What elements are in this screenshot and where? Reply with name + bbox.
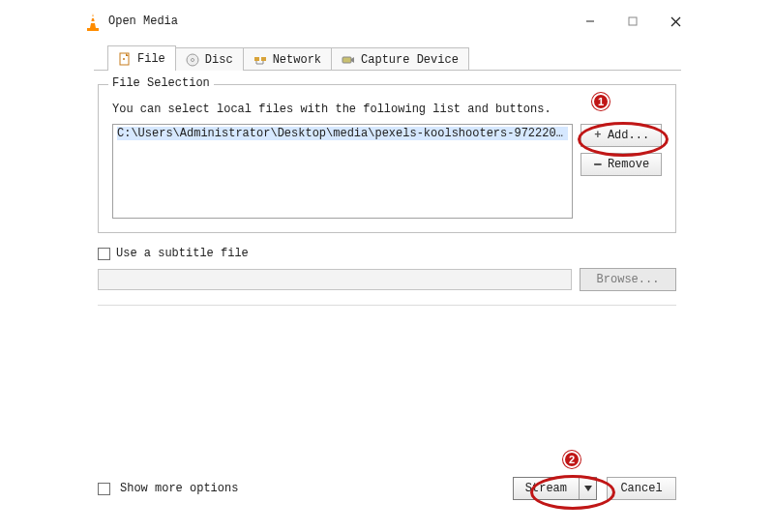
svg-rect-13	[254, 57, 259, 61]
tab-capture-label: Capture Device	[361, 53, 459, 67]
remove-button[interactable]: ━ Remove	[580, 153, 662, 176]
tab-network-label: Network	[273, 53, 321, 67]
file-list-item[interactable]: C:\Users\Administrator\Desktop\media\pex…	[117, 127, 568, 140]
tab-network[interactable]: Network	[243, 47, 332, 71]
stream-button[interactable]: Stream	[513, 477, 597, 500]
tab-disc-label: Disc	[205, 53, 233, 67]
plus-icon: +	[593, 129, 603, 142]
tab-file-label: File	[137, 52, 165, 66]
separator	[98, 305, 676, 306]
disc-icon	[186, 53, 199, 67]
svg-marker-20	[584, 486, 592, 491]
remove-button-label: Remove	[608, 158, 649, 171]
titlebar: Open Media	[77, 8, 697, 35]
minimize-button[interactable]	[569, 8, 611, 35]
stream-dropdown-caret[interactable]	[579, 478, 596, 499]
bottom-bar: Show more options Stream Cancel	[98, 477, 676, 500]
minus-icon: ━	[593, 158, 603, 172]
tab-file[interactable]: File	[107, 45, 176, 71]
svg-marker-0	[90, 14, 96, 28]
stream-button-label: Stream	[514, 478, 579, 499]
window-title: Open Media	[108, 15, 569, 28]
cancel-button-label: Cancel	[620, 482, 662, 495]
svg-rect-18	[342, 57, 351, 63]
annotation-badge-2: 2	[563, 451, 580, 468]
annotation-badge-1: 1	[592, 93, 610, 110]
svg-rect-3	[87, 28, 99, 31]
file-icon	[118, 52, 132, 66]
svg-point-10	[123, 58, 125, 60]
window-controls	[569, 8, 697, 35]
svg-rect-5	[629, 17, 637, 25]
browse-button-label: Browse...	[597, 273, 660, 286]
svg-rect-14	[261, 57, 266, 61]
capture-icon	[342, 53, 355, 67]
subtitle-checkbox[interactable]	[98, 248, 110, 260]
vlc-cone-icon	[85, 14, 101, 29]
network-icon	[253, 53, 267, 67]
tab-disc[interactable]: Disc	[175, 47, 244, 71]
maximize-button[interactable]	[611, 8, 654, 35]
tab-capture[interactable]: Capture Device	[331, 47, 469, 71]
subtitle-section: Use a subtitle file Browse...	[98, 247, 676, 291]
add-button[interactable]: + Add...	[580, 124, 662, 147]
svg-rect-2	[90, 21, 96, 23]
cancel-button[interactable]: Cancel	[607, 477, 676, 500]
svg-point-12	[191, 58, 194, 61]
add-button-label: Add...	[608, 129, 649, 142]
subtitle-path-field	[98, 269, 572, 290]
browse-button[interactable]: Browse...	[580, 268, 676, 291]
show-more-label: Show more options	[120, 482, 238, 495]
close-button[interactable]	[654, 8, 697, 35]
tab-bar: File Disc Network Capture Device	[107, 45, 680, 71]
file-selection-title: File Selection	[108, 76, 214, 90]
svg-rect-1	[91, 16, 95, 18]
show-more-checkbox[interactable]	[98, 483, 110, 495]
file-list[interactable]: C:\Users\Administrator\Desktop\media\pex…	[112, 124, 573, 219]
file-selection-hint: You can select local files with the foll…	[112, 103, 662, 116]
file-selection-group: File Selection You can select local file…	[98, 84, 676, 233]
subtitle-checkbox-label: Use a subtitle file	[116, 247, 249, 260]
